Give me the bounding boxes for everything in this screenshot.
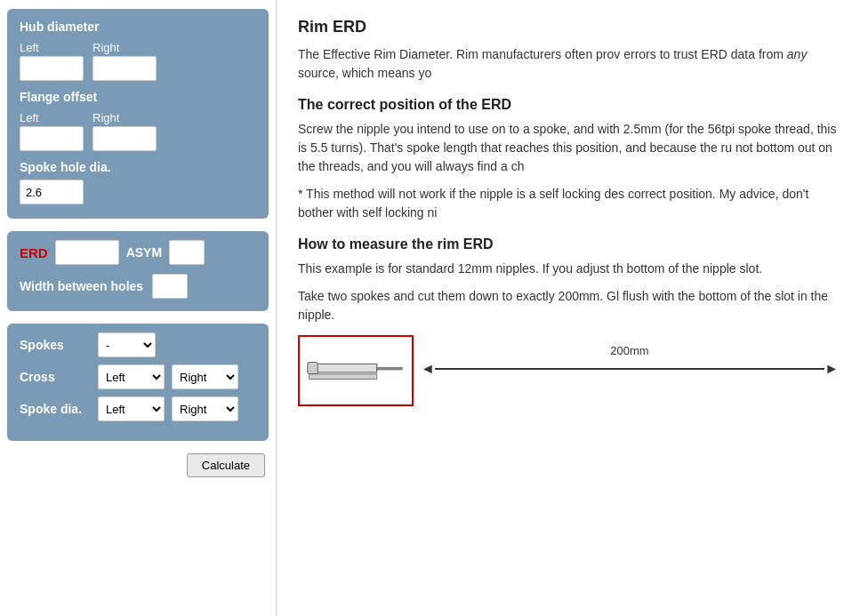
cross-left-select[interactable]: Left 0 1 2 3 4	[98, 364, 165, 389]
flange-right-label: Right	[92, 111, 157, 124]
spoke-hole-input[interactable]	[20, 180, 84, 204]
cross-right-select[interactable]: Right 0 1 2 3 4	[172, 364, 238, 389]
diagram-container: 200mm ◄ ►	[298, 335, 839, 406]
correct-position-title: The correct position of the ERD	[298, 97, 839, 113]
spoke-diagram-svg	[300, 337, 412, 404]
hub-right-input-group: Right	[92, 41, 157, 81]
flange-right-input[interactable]	[92, 126, 157, 151]
erd-input[interactable]	[55, 240, 119, 265]
spoke-dia-right-select[interactable]: Right 1.5 1.8 2.0 2.3	[172, 396, 238, 421]
rim-erd-description: The Effective Rim Diameter. Rim manufact…	[298, 45, 839, 83]
right-panel: Rim ERD The Effective Rim Diameter. Rim …	[276, 0, 860, 616]
how-to-measure-title: How to measure the rim ERD	[298, 236, 839, 252]
hub-diameter-title: Hub diameter	[20, 20, 256, 34]
how-to-measure-p2: Take two spokes and cut them down to exa…	[298, 287, 839, 324]
flange-left-label: Left	[20, 111, 84, 124]
width-label: Width between holes	[20, 279, 143, 293]
erd-label: ERD	[20, 245, 48, 260]
calculate-row: Calculate	[7, 453, 269, 477]
cross-label: Cross	[20, 370, 91, 384]
note-text: * This method will not work if the nippl…	[298, 185, 839, 222]
arrow-right-icon: ►	[824, 361, 839, 377]
calculate-button[interactable]: Calculate	[187, 453, 265, 477]
width-input[interactable]	[152, 274, 188, 299]
flange-offset-title: Flange offset	[20, 90, 256, 104]
spokes-row: Spokes - 16 20 24 28 32 36 40 48	[20, 332, 256, 357]
erd-section: ERD ASYM Width between holes	[7, 231, 269, 311]
hub-diameter-section: Hub diameter Left Right Flange offset Le…	[7, 9, 269, 219]
flange-offset-inputs: Left Right	[20, 111, 256, 151]
spokes-section: Spokes - 16 20 24 28 32 36 40 48 Cross L…	[7, 324, 269, 441]
how-to-measure-p1: This example is for standard 12mm nipple…	[298, 260, 839, 278]
svg-rect-1	[377, 367, 403, 370]
svg-rect-3	[309, 374, 377, 380]
flange-left-input-group: Left	[20, 111, 84, 151]
hub-left-input[interactable]	[20, 56, 84, 81]
arrow-line	[435, 368, 824, 370]
arrow-left-icon: ◄	[421, 361, 435, 377]
dimension-label: 200mm	[421, 344, 839, 357]
cross-row: Cross Left 0 1 2 3 4 Right 0 1 2 3 4	[20, 364, 256, 389]
correct-position-text: Screw the nipple you intend to use on to…	[298, 120, 839, 176]
hub-diameter-inputs: Left Right	[20, 41, 256, 81]
dimension-arrow: ◄ ►	[421, 361, 839, 377]
rim-erd-title: Rim ERD	[298, 18, 839, 36]
flange-left-input[interactable]	[20, 126, 84, 151]
diagram-right: 200mm ◄ ►	[421, 335, 839, 377]
hub-right-label: Right	[92, 41, 157, 54]
spokes-label: Spokes	[20, 338, 91, 352]
hub-right-input[interactable]	[92, 56, 157, 81]
width-row: Width between holes	[20, 274, 256, 299]
spoke-hole-section: Spoke hole dia.	[20, 160, 256, 204]
spoke-dia-left-select[interactable]: Left 1.5 1.8 2.0 2.3	[98, 396, 165, 421]
flange-right-input-group: Right	[92, 111, 157, 151]
asym-input[interactable]	[169, 240, 205, 265]
diagram-box	[298, 335, 414, 406]
asym-label: ASYM	[126, 245, 162, 260]
spoke-dia-label: Spoke dia.	[20, 402, 91, 416]
hub-left-label: Left	[20, 41, 84, 54]
spoke-hole-label: Spoke hole dia.	[20, 160, 256, 174]
hub-left-input-group: Left	[20, 41, 84, 81]
erd-row: ERD ASYM	[20, 240, 256, 265]
left-panel: Hub diameter Left Right Flange offset Le…	[0, 0, 276, 616]
spoke-dia-row: Spoke dia. Left 1.5 1.8 2.0 2.3 Right 1.…	[20, 396, 256, 421]
spokes-select[interactable]: - 16 20 24 28 32 36 40 48	[98, 332, 156, 357]
svg-rect-0	[309, 364, 377, 372]
svg-rect-2	[308, 363, 317, 374]
